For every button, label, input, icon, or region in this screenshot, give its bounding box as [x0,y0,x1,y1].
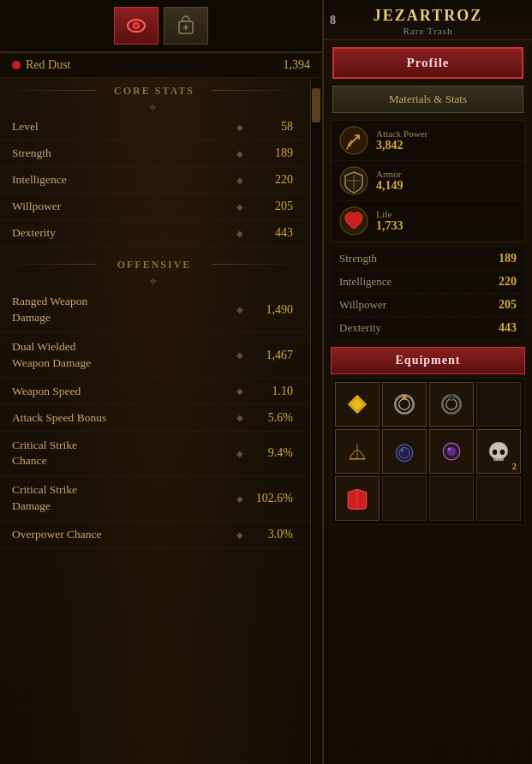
stat-strength-value: 189 [250,146,293,160]
stat-crit-chance-value: 9.4% [250,446,293,460]
char-header: Jezartroz Rare Trash [324,0,532,40]
stat-crit-damage-name: Critical StrikeDamage [12,482,124,515]
stat-ranged-weapon: Ranged WeaponDamage ◆ 1,490 [0,288,308,333]
equip-slot-gem1[interactable] [335,382,380,427]
equip-slot-ring1[interactable] [382,382,427,427]
resource-name: Red Dust [12,58,71,72]
attr-intelligence: Intelligence 220 [331,271,525,294]
attack-power-icon [338,125,369,156]
armor-info: Armor 4,149 [376,169,403,193]
attack-power-value: 3,842 [376,139,427,152]
tab-equipment-view[interactable] [164,7,208,45]
equip-slot-ring2[interactable] [429,382,474,427]
life-label: Life [376,209,403,219]
svg-point-26 [493,450,497,455]
stat-strength: Strength ◆ 189 [0,140,308,167]
svg-point-25 [448,448,451,451]
char-name: Jezartroz [329,7,527,25]
stat-weapon-speed-arrow: ◆ [87,386,243,396]
svg-point-14 [402,395,406,399]
stat-overpower-name: Overpower Chance [12,528,102,541]
equip-slot-bow[interactable] [335,429,380,474]
equip-slot-empty1[interactable] [476,382,521,427]
offensive-header: Offensive [0,252,308,275]
stat-dexterity: Dexterity ◆ 443 [0,220,308,247]
attr-willpower: Willpower 205 [331,294,525,317]
stat-intelligence: Intelligence ◆ 220 [0,167,308,194]
svg-point-22 [401,449,404,452]
combat-stats: Attack Power 3,842 Armor 4,149 [331,120,525,242]
stat-intelligence-name: Intelligence [12,173,67,187]
attr-strength: Strength 189 [331,248,525,271]
stat-willpower-value: 205 [250,200,293,213]
stat-crit-damage-arrow: ◆ [131,494,243,504]
combat-life: Life 1,733 [332,201,524,242]
right-panel: Jezartroz Rare Trash Profile Materials &… [324,0,532,764]
equip-slot-orb[interactable] [382,429,427,474]
stat-dual-wield-value: 1,467 [250,349,293,362]
stat-overpower-arrow: ◆ [109,530,243,540]
combat-armor: Armor 4,149 [332,161,524,201]
stat-level: Level ◆ 58 [0,114,308,140]
core-stats-divider: ❖ [0,101,308,114]
tab-character-view[interactable] [114,7,158,45]
equip-slot-empty2[interactable] [382,476,427,521]
equip-slot-chest[interactable] [335,476,380,521]
stats-scrollable: Core Stats ❖ Level ◆ 58 Strength ◆ 189 I… [0,78,322,764]
armor-label: Armor [376,169,403,179]
equipment-button[interactable]: Equipment [331,347,525,374]
stat-dexterity-arrow: ◆ [63,229,243,238]
core-stats-header: Core Stats [0,78,308,101]
stat-attack-speed-value: 5.6% [250,411,293,425]
life-value: 1,733 [376,219,403,233]
resource-value: 1,394 [284,58,311,72]
equip-slot-skull[interactable]: 2 [476,429,521,474]
equip-slot-empty3[interactable] [429,476,474,521]
scroll-thumb[interactable] [312,88,320,122]
svg-point-17 [449,394,453,400]
stat-crit-chance-name: Critical StrikeChance [12,438,124,470]
equip-slot-gem2[interactable] [429,429,474,474]
attr-intelligence-value: 220 [499,275,517,289]
stat-weapon-speed: Weapon Speed ◆ 1.10 [0,379,308,405]
materials-button[interactable]: Materials & Stats [332,86,523,113]
attack-power-info: Attack Power 3,842 [376,128,427,152]
stat-attack-speed-name: Attack Speed Bonus [12,411,106,425]
life-icon [338,206,369,236]
stat-weapon-speed-value: 1.10 [250,385,293,398]
attr-strength-name: Strength [339,252,377,266]
tab-bar [0,0,322,53]
armor-value: 4,149 [376,179,403,193]
svg-point-2 [134,24,138,27]
stat-ranged-weapon-name: Ranged WeaponDamage [12,294,124,326]
stat-overpower: Overpower Chance ◆ 3.0% [0,522,308,548]
profile-button[interactable]: Profile [332,47,523,79]
combat-attack-power: Attack Power 3,842 [332,121,524,161]
edge-number: 8 [330,14,336,27]
stat-attack-speed: Attack Speed Bonus ◆ 5.6% [0,405,308,432]
stat-crit-chance: Critical StrikeChance ◆ 9.4% [0,432,308,477]
scroll-bar[interactable] [310,78,322,764]
stat-crit-damage-value: 102.6% [250,492,293,505]
stat-strength-arrow: ◆ [58,149,243,158]
stat-willpower: Willpower ◆ 205 [0,194,308,220]
attr-dexterity-name: Dexterity [339,321,381,335]
stat-strength-name: Strength [12,146,51,160]
equipment-grid: 2 [331,378,525,525]
stat-dexterity-value: 443 [250,226,293,240]
offensive-divider: ❖ [0,275,308,288]
stat-willpower-name: Willpower [12,200,61,213]
stat-dexterity-name: Dexterity [12,226,56,240]
stat-dual-wield-arrow: ◆ [131,350,243,360]
svg-point-13 [399,399,409,409]
stat-intelligence-arrow: ◆ [74,176,243,185]
stat-level-value: 58 [250,120,293,134]
attr-willpower-name: Willpower [339,298,386,312]
char-subtitle: Rare Trash [329,26,527,36]
stat-attack-speed-arrow: ◆ [113,413,243,422]
stat-level-arrow: ◆ [45,122,243,132]
stat-weapon-speed-name: Weapon Speed [12,385,81,398]
stat-ranged-weapon-arrow: ◆ [131,305,243,314]
equip-slot-empty4[interactable] [476,476,521,521]
life-info: Life 1,733 [376,209,403,233]
